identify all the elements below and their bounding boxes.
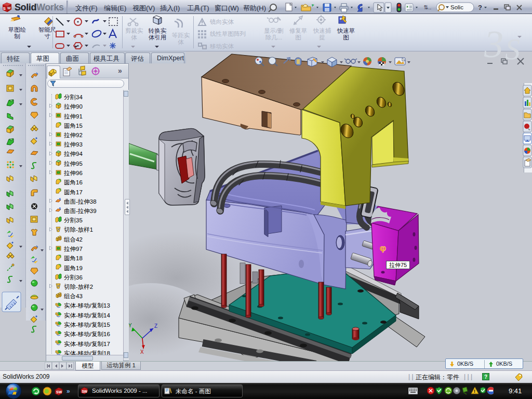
svg-text:Solic: Solic: [450, 4, 463, 10]
svg-text:!: !: [474, 389, 475, 394]
svg-text:Z: Z: [154, 323, 157, 329]
svg-text:3: 3: [484, 25, 503, 64]
svg-text:⇅..: ⇅..: [423, 4, 431, 10]
svg-text:»: »: [118, 66, 122, 75]
svg-text:φ: φ: [380, 243, 386, 253]
svg-text:?: ?: [478, 4, 482, 11]
svg-text:SW: SW: [82, 390, 88, 393]
svg-text:S: S: [505, 32, 520, 64]
svg-text:SW: SW: [56, 390, 62, 394]
svg-text:X: X: [140, 349, 144, 355]
svg-text:»: »: [66, 388, 70, 395]
svg-text:Y: Y: [129, 323, 132, 328]
